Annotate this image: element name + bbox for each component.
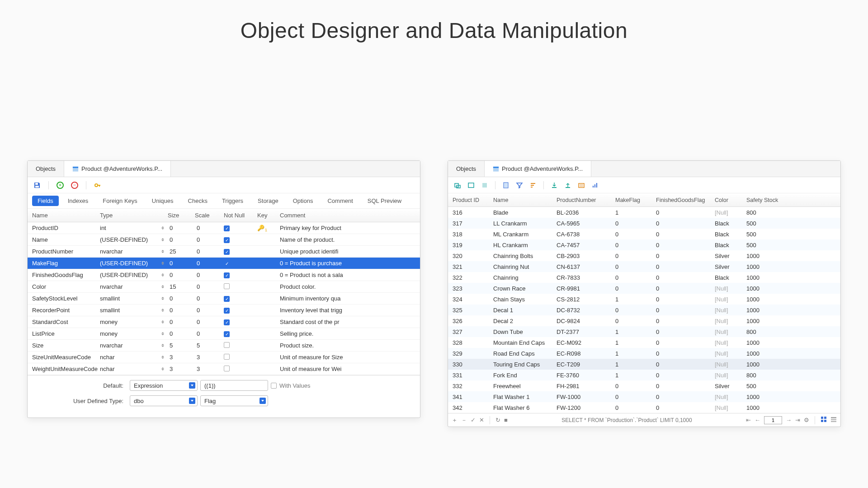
field-size[interactable]: 0 bbox=[168, 319, 195, 325]
subtab-fields[interactable]: Fields bbox=[32, 196, 59, 206]
field-size[interactable]: 0 bbox=[168, 330, 195, 337]
field-scale[interactable]: 0 bbox=[195, 225, 224, 231]
settings-icon[interactable]: ⚙ bbox=[804, 417, 809, 423]
primary-key-button[interactable] bbox=[93, 180, 103, 190]
tab-product[interactable]: Product @AdventureWorks.P... bbox=[64, 161, 171, 177]
table-row[interactable]: 319HL CrankarmCA-745700Black500 bbox=[448, 239, 840, 250]
field-comment[interactable]: Name of the product. bbox=[280, 236, 415, 243]
field-comment[interactable]: Selling price. bbox=[280, 330, 415, 337]
subtab-checks[interactable]: Checks bbox=[183, 196, 213, 206]
field-row[interactable]: Sizenvarchar55Product size. bbox=[28, 340, 420, 352]
remove-field-button[interactable]: − bbox=[70, 180, 80, 190]
chart-button[interactable] bbox=[590, 180, 600, 190]
page-number-input[interactable] bbox=[764, 416, 782, 424]
field-row[interactable]: ListPricemoney00Selling price. bbox=[28, 328, 420, 340]
column-header[interactable]: FinishedGoodsFlag bbox=[656, 197, 715, 203]
field-comment[interactable]: Primary key for Product bbox=[280, 225, 415, 231]
not-null-checkbox[interactable] bbox=[224, 319, 230, 325]
data-generation-button[interactable] bbox=[576, 180, 586, 190]
field-type-select[interactable]: nchar bbox=[100, 366, 168, 372]
field-type-select[interactable]: money bbox=[100, 319, 168, 325]
table-row[interactable]: 327Down TubeDT-237710[Null]800 bbox=[448, 326, 840, 337]
table-row[interactable]: 329Road End CapsEC-R09810[Null]1000 bbox=[448, 348, 840, 359]
add-field-button[interactable]: + bbox=[55, 180, 65, 190]
table-row[interactable]: 323Crown RaceCR-998100[Null]1000 bbox=[448, 283, 840, 294]
tab-objects[interactable]: Objects bbox=[448, 161, 485, 177]
not-null-checkbox[interactable] bbox=[224, 308, 230, 314]
field-row[interactable]: FinishedGoodsFlag(USER-DEFINED)000 = Pro… bbox=[28, 269, 420, 281]
field-comment[interactable]: Product color. bbox=[280, 283, 415, 290]
with-values-option[interactable]: With Values bbox=[271, 382, 310, 389]
field-row[interactable]: ProductNumbernvarchar250Unique product i… bbox=[28, 246, 420, 258]
field-row[interactable]: ProductIDint00🔑1Primary key for Product bbox=[28, 222, 420, 234]
not-null-checkbox[interactable] bbox=[224, 354, 230, 360]
field-size[interactable]: 5 bbox=[168, 342, 195, 349]
field-scale[interactable]: 5 bbox=[195, 342, 224, 349]
column-header[interactable]: Product ID bbox=[453, 197, 493, 203]
subtab-indexes[interactable]: Indexes bbox=[62, 196, 94, 206]
rollback-button[interactable] bbox=[480, 180, 490, 190]
column-header[interactable]: Name bbox=[32, 212, 100, 219]
field-size[interactable]: 3 bbox=[168, 366, 195, 372]
field-row[interactable]: SizeUnitMeasureCodenchar33Unit of measur… bbox=[28, 352, 420, 363]
field-comment[interactable]: Unit of measure for Size bbox=[280, 354, 415, 361]
field-size[interactable]: 0 bbox=[168, 295, 195, 302]
table-row[interactable]: 320Chainring BoltsCB-290300Silver1000 bbox=[448, 250, 840, 261]
with-values-checkbox[interactable] bbox=[271, 383, 277, 389]
field-size[interactable]: 0 bbox=[168, 225, 195, 231]
subtab-uniques[interactable]: Uniques bbox=[146, 196, 179, 206]
table-row[interactable]: 328Mountain End CapsEC-M09210[Null]1000 bbox=[448, 337, 840, 348]
field-comment[interactable]: Product size. bbox=[280, 342, 415, 349]
column-header[interactable]: Size bbox=[168, 212, 195, 219]
field-row[interactable]: WeightUnitMeasureCodenchar33Unit of meas… bbox=[28, 363, 420, 375]
table-row[interactable]: 326Decal 2DC-982400[Null]1000 bbox=[448, 315, 840, 326]
refresh-button[interactable]: ↻ bbox=[495, 417, 500, 423]
subtab-foreign-keys[interactable]: Foreign Keys bbox=[97, 196, 143, 206]
not-null-checkbox[interactable] bbox=[224, 272, 230, 278]
table-row[interactable]: 325Decal 1DC-873200[Null]1000 bbox=[448, 305, 840, 315]
field-row[interactable]: Colornvarchar150Product color. bbox=[28, 281, 420, 293]
column-header[interactable]: Key bbox=[257, 212, 280, 219]
field-scale[interactable]: 0 bbox=[195, 330, 224, 337]
table-row[interactable]: 332FreewheelFH-298100Silver500 bbox=[448, 380, 840, 391]
field-scale[interactable]: 0 bbox=[195, 236, 224, 243]
field-type-select[interactable]: smallint bbox=[100, 307, 168, 314]
field-scale[interactable]: 0 bbox=[195, 283, 224, 290]
stop-button[interactable]: ■ bbox=[504, 417, 508, 423]
column-header[interactable]: Type bbox=[100, 212, 168, 219]
not-null-checkbox[interactable] bbox=[224, 237, 230, 243]
field-type-select[interactable]: money bbox=[100, 330, 168, 337]
field-size[interactable]: 3 bbox=[168, 354, 195, 361]
grid-view-button[interactable] bbox=[821, 416, 827, 424]
field-comment[interactable]: Minimum inventory qua bbox=[280, 295, 415, 302]
form-view-button[interactable] bbox=[830, 416, 837, 424]
default-value-input[interactable]: ((1)) bbox=[200, 380, 268, 391]
field-comment[interactable]: 0 = Product is purchase bbox=[280, 260, 415, 267]
field-scale[interactable]: 0 bbox=[195, 295, 224, 302]
not-null-checkbox[interactable] bbox=[224, 249, 230, 255]
field-comment[interactable]: Unit of measure for Wei bbox=[280, 366, 415, 372]
not-null-checkbox[interactable] bbox=[224, 225, 230, 231]
column-header[interactable]: Scale bbox=[195, 212, 224, 219]
field-type-select[interactable]: smallint bbox=[100, 295, 168, 302]
field-comment[interactable]: Standard cost of the pr bbox=[280, 319, 415, 325]
table-row[interactable]: 331Fork EndFE-376010[Null]800 bbox=[448, 370, 840, 380]
table-row[interactable]: 317LL CrankarmCA-596500Black500 bbox=[448, 218, 840, 229]
field-scale[interactable]: 0 bbox=[195, 260, 224, 267]
tab-product[interactable]: Product @AdventureWorks.P... bbox=[485, 161, 591, 177]
field-type-select[interactable]: int bbox=[100, 225, 168, 231]
commit-button[interactable] bbox=[466, 180, 476, 190]
first-page-button[interactable]: ⇤ bbox=[746, 417, 751, 423]
subtab-storage[interactable]: Storage bbox=[252, 196, 284, 206]
field-row[interactable]: SafetyStockLevelsmallint00Minimum invent… bbox=[28, 293, 420, 305]
field-type-select[interactable]: nchar bbox=[100, 354, 168, 361]
udt-name-select[interactable]: Flag bbox=[200, 395, 268, 406]
sort-button[interactable] bbox=[528, 180, 538, 190]
not-null-checkbox[interactable] bbox=[224, 296, 230, 302]
table-row[interactable]: 341Flat Washer 1FW-100000[Null]1000 bbox=[448, 391, 840, 402]
column-header[interactable]: MakeFlag bbox=[615, 197, 656, 203]
field-type-select[interactable]: nvarchar bbox=[100, 283, 168, 290]
column-header[interactable]: Safety Stock bbox=[746, 197, 787, 203]
import-button[interactable] bbox=[549, 180, 559, 190]
cancel-changes-button[interactable]: ✕ bbox=[479, 417, 484, 423]
